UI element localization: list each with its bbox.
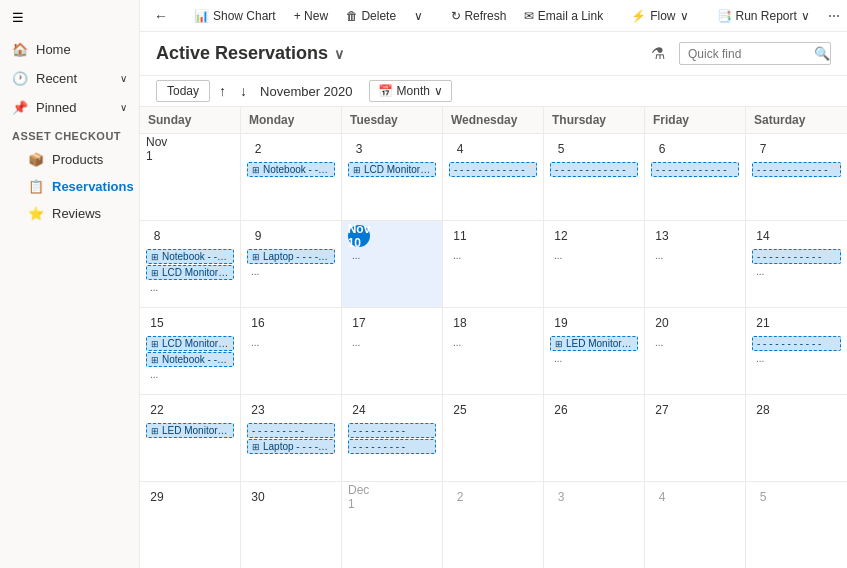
refresh-button[interactable]: ↻ Refresh bbox=[443, 5, 514, 27]
event-name: LCD Monitor - - - bbox=[162, 267, 229, 278]
sidebar-sub-item-label: Reviews bbox=[52, 206, 101, 221]
sidebar-item-products[interactable]: 📦 Products bbox=[0, 146, 139, 173]
today-button[interactable]: Today bbox=[156, 80, 210, 102]
calendar-event[interactable]: ⊞ LCD Monitor - - - - - - - bbox=[348, 162, 436, 177]
sidebar: ☰ 🏠 Home 🕐 Recent ∨ 📌 Pinned ∨ Asset Che… bbox=[0, 0, 140, 568]
day-number: 14 bbox=[752, 225, 774, 247]
calendar-event[interactable]: - - - - - - - - - bbox=[247, 423, 335, 438]
sidebar-item-pinned[interactable]: 📌 Pinned ∨ bbox=[0, 93, 139, 122]
calendar-event[interactable]: ⊞ LED Monitor - - - - bbox=[550, 336, 638, 351]
more-events-button[interactable]: ... bbox=[348, 249, 436, 262]
calendar-event[interactable]: - - - - - - - - - bbox=[348, 439, 436, 454]
cal-day-today: Nov 10 ... bbox=[342, 221, 443, 307]
calendar-event[interactable]: ⊞ Laptop - - - - - - - bbox=[247, 439, 335, 454]
day-number: 3 bbox=[550, 486, 572, 508]
cal-day: 27 bbox=[645, 395, 746, 481]
sidebar-item-recent[interactable]: 🕐 Recent ∨ bbox=[0, 64, 139, 93]
more-events-button[interactable]: ... bbox=[449, 249, 537, 262]
more-events-button[interactable]: ... bbox=[247, 265, 335, 278]
more-events-button[interactable]: ... bbox=[752, 265, 841, 278]
day-number: 5 bbox=[550, 138, 572, 160]
more-events-button[interactable]: ... bbox=[550, 352, 638, 365]
next-button[interactable]: ↓ bbox=[235, 81, 252, 101]
quick-find-container: 🔍 bbox=[679, 42, 831, 65]
delete-dropdown-button[interactable]: ∨ bbox=[406, 5, 431, 27]
calendar-event[interactable]: ⊞ Notebook - - - - - - - - bbox=[247, 162, 335, 177]
event-icon: ⊞ bbox=[252, 252, 260, 262]
calendar: Sunday Monday Tuesday Wednesday Thursday… bbox=[140, 107, 847, 568]
calendar-event[interactable]: ⊞ Laptop - - - - - - - bbox=[247, 249, 335, 264]
month-dropdown[interactable]: 📅 Month ∨ bbox=[369, 80, 452, 102]
filter-button[interactable]: ⚗ bbox=[645, 40, 671, 67]
today-label: Today bbox=[167, 84, 199, 98]
more-events-button[interactable]: ... bbox=[449, 336, 537, 349]
cal-day: 21 - - - - - - - - - - - ... bbox=[746, 308, 847, 394]
show-chart-button[interactable]: 📊 Show Chart bbox=[186, 5, 284, 27]
email-link-button[interactable]: ✉ Email a Link bbox=[516, 5, 611, 27]
cal-day: 7 - - - - - - - - - - - - bbox=[746, 134, 847, 220]
calendar-event[interactable]: - - - - - - - - - - - - bbox=[651, 162, 739, 177]
cal-day: Nov 1 bbox=[140, 134, 241, 220]
day-number: 20 bbox=[651, 312, 673, 334]
calendar-event[interactable]: - - - - - - - - - - - - bbox=[752, 162, 841, 177]
more-events-button[interactable]: ... bbox=[247, 336, 335, 349]
calendar-event[interactable]: - - - - - - - - - - - - bbox=[550, 162, 638, 177]
calendar-event[interactable]: ⊞ Notebook - - - - - bbox=[146, 249, 234, 264]
delete-button[interactable]: 🗑 Delete bbox=[338, 5, 404, 27]
flow-button[interactable]: ⚡ Flow ∨ bbox=[623, 5, 696, 27]
cal-day: 13 ... bbox=[645, 221, 746, 307]
day-number: 5 bbox=[752, 486, 774, 508]
calendar-event[interactable]: - - - - - - - - - - - bbox=[752, 336, 841, 351]
cal-day: 24 - - - - - - - - - - - - - - - - - - bbox=[342, 395, 443, 481]
day-number: 15 bbox=[146, 312, 168, 334]
calendar-event[interactable]: - - - - - - - - - - - bbox=[752, 249, 841, 264]
header-wednesday: Wednesday bbox=[443, 107, 544, 133]
calendar-week: 15 ⊞ LCD Monitor - - - ⊞ Notebook - - - … bbox=[140, 308, 847, 395]
title-chevron-icon[interactable]: ∨ bbox=[334, 46, 344, 62]
more-events-button[interactable]: ... bbox=[348, 336, 436, 349]
run-report-button[interactable]: 📑 Run Report ∨ bbox=[709, 5, 818, 27]
more-events-button[interactable]: ... bbox=[651, 336, 739, 349]
day-number: 19 bbox=[550, 312, 572, 334]
day-number: 26 bbox=[550, 399, 572, 421]
cal-day: 26 bbox=[544, 395, 645, 481]
more-events-button[interactable]: ... bbox=[752, 352, 841, 365]
sidebar-item-reservations[interactable]: 📋 Reservations bbox=[0, 173, 139, 200]
calendar-event[interactable]: ⊞ LCD Monitor - - - bbox=[146, 265, 234, 280]
cal-day: 8 ⊞ Notebook - - - - - ⊞ LCD Monitor - -… bbox=[140, 221, 241, 307]
sidebar-item-reviews[interactable]: ⭐ Reviews bbox=[0, 200, 139, 227]
cal-day: 9 ⊞ Laptop - - - - - - - ... bbox=[241, 221, 342, 307]
calendar-event[interactable]: ⊞ LCD Monitor - - - bbox=[146, 336, 234, 351]
day-number: 4 bbox=[449, 138, 471, 160]
day-number: 18 bbox=[449, 312, 471, 334]
main-content: ← 📊 Show Chart + New 🗑 Delete ∨ ↻ Refres… bbox=[140, 0, 847, 568]
calendar-event[interactable]: - - - - - - - - - bbox=[348, 423, 436, 438]
email-link-label: ✉ Email a Link bbox=[524, 9, 603, 23]
more-events-button[interactable]: ... bbox=[146, 368, 234, 381]
calendar-event[interactable]: ⊞ Notebook - - - - - bbox=[146, 352, 234, 367]
day-number: 8 bbox=[146, 225, 168, 247]
new-button[interactable]: + New bbox=[286, 5, 336, 27]
more-events-button[interactable]: ... bbox=[550, 249, 638, 262]
quick-find-input[interactable] bbox=[688, 47, 808, 61]
calendar-event[interactable]: - - - - - - - - - - - - bbox=[449, 162, 537, 177]
cal-day: 23 - - - - - - - - - ⊞ Laptop - - - - - … bbox=[241, 395, 342, 481]
more-events-button[interactable]: ... bbox=[651, 249, 739, 262]
flow-label: Flow bbox=[650, 9, 675, 23]
calendar-body: Nov 1 2 ⊞ Notebook - - - - - - - - 3 ⊞ L… bbox=[140, 134, 847, 568]
hamburger-button[interactable]: ☰ bbox=[0, 0, 139, 35]
sidebar-section-label: Asset Checkout bbox=[0, 122, 139, 146]
month-label: November 2020 bbox=[256, 84, 357, 99]
more-events-button[interactable]: ... bbox=[146, 281, 234, 294]
refresh-label: ↻ Refresh bbox=[451, 9, 506, 23]
day-number: 21 bbox=[752, 312, 774, 334]
day-number: Nov 1 bbox=[146, 138, 168, 160]
back-button[interactable]: ← bbox=[148, 4, 174, 28]
prev-button[interactable]: ↑ bbox=[214, 81, 231, 101]
more-button[interactable]: ⋯ bbox=[820, 5, 847, 27]
chart-icon: 📊 bbox=[194, 9, 209, 23]
cal-day: 16 ... bbox=[241, 308, 342, 394]
nav-bar: Today ↑ ↓ November 2020 📅 Month ∨ bbox=[140, 76, 847, 107]
calendar-event[interactable]: ⊞ LED Monitor - - - - - - - - - bbox=[146, 423, 234, 438]
sidebar-item-home[interactable]: 🏠 Home bbox=[0, 35, 139, 64]
